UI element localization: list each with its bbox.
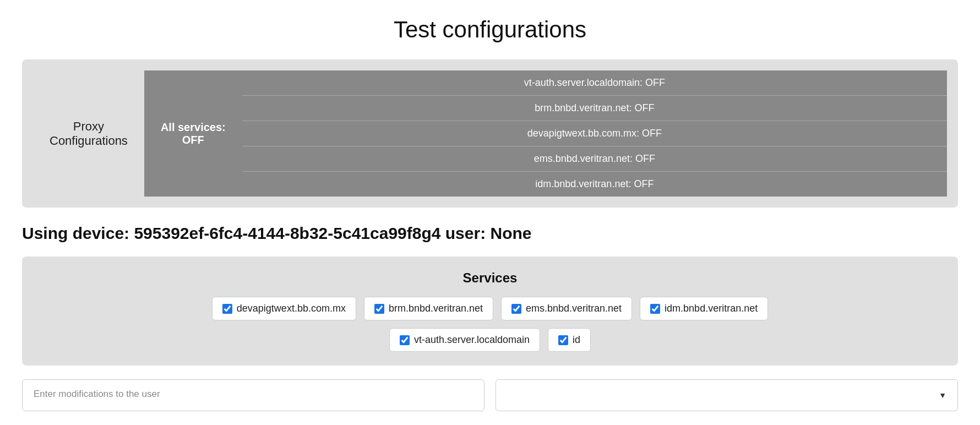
- proxy-label: ProxyConfigurations: [33, 70, 144, 197]
- device-info: Using device: 595392ef-6fc4-4144-8b32-5c…: [22, 224, 958, 243]
- service-checkbox-vtauth[interactable]: vt-auth.server.localdomain: [389, 328, 540, 352]
- service-checkbox-idm[interactable]: idm.bnbd.veritran.net: [640, 297, 768, 320]
- proxy-table: ProxyConfigurations All services:OFF vt-…: [33, 70, 947, 197]
- services-row-2: vt-auth.server.localdomain id: [39, 328, 941, 352]
- proxy-service-row: ems.bnbd.veritran.net: OFF: [242, 146, 947, 172]
- checkbox-ems[interactable]: [511, 304, 521, 314]
- service-label: brm.bnbd.veritran.net: [389, 303, 483, 314]
- proxy-service-row: vt-auth.server.localdomain: OFF: [242, 70, 947, 96]
- bottom-inputs: Enter modifications to the user ▼: [22, 379, 958, 411]
- checkbox-vtauth[interactable]: [400, 335, 410, 345]
- checkbox-devapigtwext[interactable]: [222, 304, 232, 314]
- modifications-input[interactable]: Enter modifications to the user: [22, 379, 484, 411]
- service-label: vt-auth.server.localdomain: [414, 334, 530, 346]
- scroll-down-icon[interactable]: ▼: [939, 391, 946, 400]
- checkbox-brm[interactable]: [374, 304, 384, 314]
- proxy-service-row: brm.bnbd.veritran.net: OFF: [242, 96, 947, 121]
- service-checkbox-brm[interactable]: brm.bnbd.veritran.net: [364, 297, 493, 320]
- modifications-placeholder: Enter modifications to the user: [34, 389, 160, 399]
- right-input-box[interactable]: ▼: [496, 379, 958, 411]
- service-label: idm.bnbd.veritran.net: [665, 303, 758, 314]
- proxy-services-list: vt-auth.server.localdomain: OFF brm.bnbd…: [242, 70, 947, 197]
- service-checkbox-id[interactable]: id: [548, 328, 591, 352]
- proxy-service-row: devapigtwext.bb.com.mx: OFF: [242, 121, 947, 146]
- checkbox-idm[interactable]: [650, 304, 660, 314]
- proxy-service-row: idm.bnbd.veritran.net: OFF: [242, 172, 947, 197]
- service-checkbox-devapigtwext[interactable]: devapigtwext.bb.com.mx: [212, 297, 356, 320]
- service-label: ems.bnbd.veritran.net: [526, 303, 622, 314]
- service-checkbox-ems[interactable]: ems.bnbd.veritran.net: [501, 297, 632, 320]
- services-section: Services devapigtwext.bb.com.mx brm.bnbd…: [22, 257, 958, 366]
- service-label: devapigtwext.bb.com.mx: [237, 303, 346, 314]
- page-title: Test configurations: [22, 17, 958, 43]
- all-services-cell: All services:OFF: [144, 70, 242, 197]
- proxy-configurations-section: ProxyConfigurations All services:OFF vt-…: [22, 59, 958, 208]
- checkbox-id[interactable]: [558, 335, 568, 345]
- services-title: Services: [39, 270, 941, 286]
- service-label: id: [573, 334, 580, 346]
- services-row-1: devapigtwext.bb.com.mx brm.bnbd.veritran…: [39, 297, 941, 320]
